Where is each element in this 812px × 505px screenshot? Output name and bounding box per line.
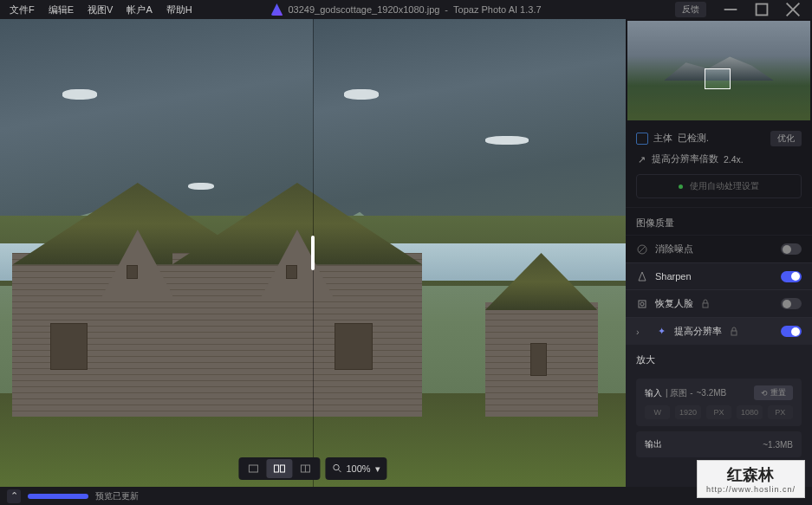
- window-title: 03249_godscottage_1920x1080.jpg - Topaz …: [270, 3, 541, 16]
- zoom-level: 100%: [346, 463, 370, 474]
- output-label: 输出: [645, 438, 662, 450]
- sharpen-toggle[interactable]: [781, 271, 802, 282]
- titlebar: 文件F 编辑E 视图V 帐户A 帮助H 03249_godscottage_19…: [0, 0, 812, 19]
- face-recovery-item[interactable]: 恢复人脸: [626, 289, 812, 317]
- upscale-item[interactable]: › ✦ 提高分辨率: [626, 317, 812, 345]
- expand-button[interactable]: ⌃: [7, 489, 21, 503]
- sharpen-label: Sharpen: [655, 271, 692, 282]
- denoise-item[interactable]: 消除噪点: [626, 235, 812, 262]
- denoise-toggle[interactable]: [781, 243, 802, 255]
- sparkle-icon: ✦: [655, 326, 667, 338]
- view-single-button[interactable]: [240, 459, 266, 478]
- input-size: ~3.2MB: [696, 388, 726, 398]
- denoise-label: 消除噪点: [655, 243, 693, 256]
- svg-rect-6: [280, 465, 284, 472]
- lock-icon: [729, 327, 739, 337]
- upscale-arrow-icon: ↗: [636, 154, 646, 165]
- svg-point-9: [334, 464, 339, 469]
- input-note: | 原图 -: [666, 387, 692, 399]
- output-box: 输出 ~1.3MB: [636, 431, 802, 457]
- sharpen-icon: [636, 270, 648, 282]
- upscale-factor: 2.4x.: [724, 154, 744, 165]
- navigator-thumbnail[interactable]: [627, 21, 810, 120]
- progress-bar: [28, 494, 88, 499]
- lock-icon: [700, 299, 711, 309]
- subject-label: 主体: [653, 133, 672, 145]
- svg-line-12: [639, 246, 646, 253]
- watermark-url: http://www.hoslin.cn/: [706, 485, 796, 494]
- face-icon: [636, 298, 648, 310]
- px-label: PX: [706, 405, 731, 419]
- close-button[interactable]: [777, 0, 809, 19]
- window-controls: 反馈: [675, 0, 809, 19]
- minimize-button[interactable]: [715, 0, 746, 19]
- upscale-label: 提高分辨率倍数: [652, 153, 718, 165]
- status-bar: ⌃ 预览已更新: [0, 487, 812, 505]
- menu-view[interactable]: 视图V: [81, 2, 119, 18]
- output-size: ~1.3MB: [763, 440, 793, 450]
- svg-line-10: [339, 469, 341, 472]
- maximize-button[interactable]: [746, 0, 777, 19]
- autopilot-settings-button[interactable]: 使用自动处理设置: [636, 174, 802, 198]
- sharpen-item[interactable]: Sharpen: [626, 262, 812, 289]
- svg-rect-15: [703, 303, 708, 308]
- face-label: 恢复人脸: [655, 297, 693, 310]
- watermark: 红森林 http://www.hoslin.cn/: [697, 460, 805, 498]
- face-toggle[interactable]: [781, 298, 802, 309]
- quality-section-title: 图像质量: [626, 208, 812, 235]
- menu-file[interactable]: 文件F: [3, 2, 41, 18]
- reset-button[interactable]: ⟲重置: [754, 385, 793, 400]
- refine-button[interactable]: 优化: [770, 131, 802, 146]
- comparison-slider-handle[interactable]: [311, 236, 315, 270]
- input-box: 输入 | 原图 - ~3.2MB ⟲重置 W 1920 PX 1080 PX: [636, 379, 802, 426]
- enlarge-panel: 输入 | 原图 - ~3.2MB ⟲重置 W 1920 PX 1080 PX 输…: [626, 372, 812, 469]
- width-value[interactable]: 1920: [675, 405, 700, 419]
- svg-point-14: [640, 302, 644, 306]
- zoom-icon: [332, 463, 341, 475]
- chevron-right-icon: ›: [636, 327, 645, 337]
- svg-rect-4: [249, 465, 257, 472]
- width-label: W: [645, 405, 670, 419]
- watermark-title: 红森林: [706, 464, 796, 485]
- denoise-icon: [636, 243, 648, 256]
- main-area: 100% ▾ 主体 已检测. 优化 ↗ 提高分辨率倍数 2.4x. 使用自动处理…: [0, 19, 812, 487]
- px-label-2: PX: [768, 405, 793, 419]
- upscale-toggle[interactable]: [781, 326, 802, 337]
- zoom-control[interactable]: 100% ▾: [325, 457, 387, 480]
- enlarge-section-title: 放大: [626, 345, 812, 372]
- svg-rect-16: [731, 331, 737, 335]
- menu-account[interactable]: 帐户A: [120, 2, 158, 18]
- svg-rect-1: [757, 4, 768, 16]
- app-name-text: Topaz Photo AI 1.3.7: [453, 4, 542, 15]
- svg-rect-5: [274, 465, 278, 472]
- preview-canvas[interactable]: 100% ▾: [0, 19, 626, 487]
- input-label: 输入: [645, 387, 662, 399]
- status-dot-icon: [679, 185, 683, 189]
- view-controls: 100% ▾: [238, 457, 387, 480]
- upscale-item-label: 提高分辨率: [674, 325, 722, 338]
- feedback-button[interactable]: 反馈: [675, 2, 706, 17]
- menu-help[interactable]: 帮助H: [160, 2, 198, 18]
- app-logo-icon: [270, 3, 283, 16]
- menu-edit[interactable]: 编辑E: [42, 2, 80, 18]
- subject-detect-icon: [636, 133, 648, 145]
- sidebar: 主体 已检测. 优化 ↗ 提高分辨率倍数 2.4x. 使用自动处理设置 图像质量…: [626, 19, 812, 487]
- status-text: 预览已更新: [95, 490, 139, 502]
- svg-rect-13: [639, 301, 646, 308]
- view-split-button[interactable]: [266, 459, 292, 478]
- autopilot-panel: 主体 已检测. 优化 ↗ 提高分辨率倍数 2.4x. 使用自动处理设置: [626, 122, 812, 208]
- navigator-viewport-box[interactable]: [705, 68, 731, 89]
- filename-text: 03249_godscottage_1920x1080.jpg: [288, 4, 439, 15]
- height-value[interactable]: 1080: [737, 405, 762, 419]
- view-side-button[interactable]: [292, 459, 318, 478]
- main-menu: 文件F 编辑E 视图V 帐户A 帮助H: [3, 2, 198, 18]
- detected-text: 已检测.: [678, 133, 709, 145]
- chevron-down-icon: ▾: [375, 463, 380, 475]
